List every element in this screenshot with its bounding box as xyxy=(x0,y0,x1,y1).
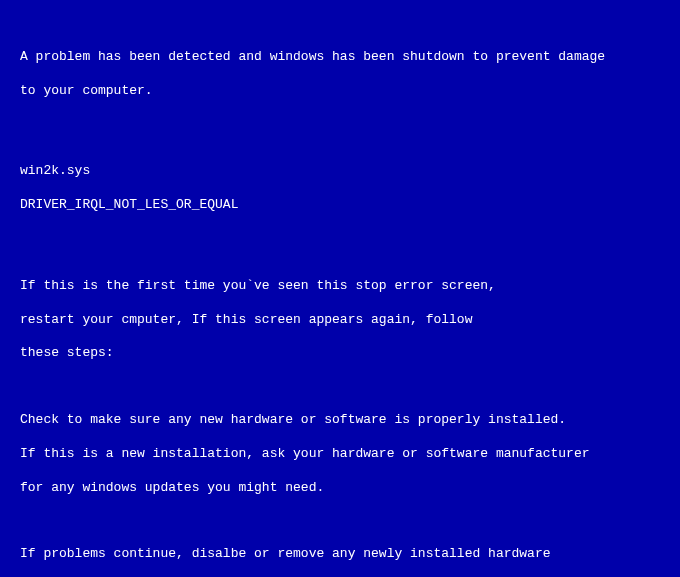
error-header-line1: A problem has been detected and windows … xyxy=(20,49,660,66)
instructions-checkhw-line1: Check to make sure any new hardware or s… xyxy=(20,412,660,429)
instructions-firsttime-line2: restart your cmputer, If this screen app… xyxy=(20,312,660,329)
instructions-firsttime-line1: If this is the first time you`ve seen th… xyxy=(20,278,660,295)
instructions-checkhw-line2: If this is a new installation, ask your … xyxy=(20,446,660,463)
bsod-screen: A problem has been detected and windows … xyxy=(20,32,660,577)
fault-error-name: DRIVER_IRQL_NOT_LES_OR_EQUAL xyxy=(20,197,660,214)
instructions-checkhw-line3: for any windows updates you might need. xyxy=(20,480,660,497)
error-header-line2: to your computer. xyxy=(20,83,660,100)
instructions-problems-line1: If problems continue, disalbe or remove … xyxy=(20,546,660,563)
fault-module: win2k.sys xyxy=(20,163,660,180)
instructions-firsttime-line3: these steps: xyxy=(20,345,660,362)
